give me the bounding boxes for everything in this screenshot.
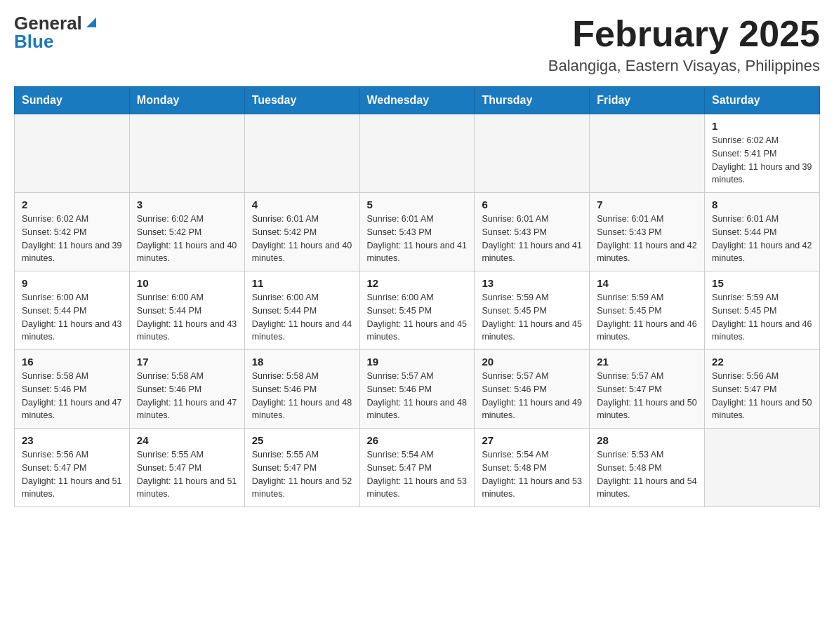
location-subtitle: Balangiga, Eastern Visayas, Philippines [548, 57, 820, 75]
day-info: Sunrise: 5:58 AMSunset: 5:46 PMDaylight:… [252, 370, 352, 422]
day-info: Sunrise: 5:59 AMSunset: 5:45 PMDaylight:… [597, 291, 697, 344]
day-info: Sunrise: 5:59 AMSunset: 5:45 PMDaylight:… [712, 291, 812, 344]
day-info: Sunrise: 5:56 AMSunset: 5:47 PMDaylight:… [22, 448, 122, 501]
col-tuesday: Tuesday [244, 87, 359, 114]
day-info: Sunrise: 6:02 AMSunset: 5:41 PMDaylight:… [712, 134, 812, 187]
day-number: 27 [482, 434, 582, 446]
day-number: 12 [367, 277, 468, 289]
day-number: 20 [482, 356, 582, 368]
day-info: Sunrise: 5:57 AMSunset: 5:46 PMDaylight:… [482, 370, 582, 422]
table-row [15, 114, 130, 193]
col-thursday: Thursday [475, 87, 590, 114]
day-number: 6 [482, 199, 582, 210]
logo-triangle-icon [84, 15, 99, 30]
day-info: Sunrise: 5:55 AMSunset: 5:47 PMDaylight:… [137, 448, 237, 501]
col-wednesday: Wednesday [359, 87, 475, 114]
month-title: February 2025 [548, 14, 820, 54]
day-info: Sunrise: 6:00 AMSunset: 5:44 PMDaylight:… [252, 291, 352, 344]
day-number: 28 [597, 434, 697, 446]
table-row: 18Sunrise: 5:58 AMSunset: 5:46 PMDayligh… [244, 350, 359, 429]
table-row: 9Sunrise: 6:00 AMSunset: 5:44 PMDaylight… [15, 271, 130, 350]
day-number: 7 [597, 199, 697, 210]
table-row: 8Sunrise: 6:01 AMSunset: 5:44 PMDaylight… [705, 193, 820, 271]
table-row [705, 429, 820, 507]
logo-general-text: General [14, 14, 82, 32]
table-row [359, 114, 475, 193]
svg-marker-0 [86, 18, 96, 27]
day-number: 22 [712, 356, 812, 368]
day-number: 21 [597, 356, 697, 368]
day-info: Sunrise: 6:02 AMSunset: 5:42 PMDaylight:… [22, 213, 122, 265]
table-row: 4Sunrise: 6:01 AMSunset: 5:42 PMDaylight… [244, 193, 359, 271]
table-row [129, 114, 244, 193]
table-row [475, 114, 590, 193]
day-info: Sunrise: 5:57 AMSunset: 5:46 PMDaylight:… [367, 370, 468, 422]
day-info: Sunrise: 5:58 AMSunset: 5:46 PMDaylight:… [22, 370, 122, 422]
table-row: 24Sunrise: 5:55 AMSunset: 5:47 PMDayligh… [129, 429, 244, 507]
calendar-table: Sunday Monday Tuesday Wednesday Thursday… [14, 86, 820, 507]
day-number: 9 [22, 277, 122, 289]
day-number: 8 [712, 199, 812, 210]
day-number: 24 [137, 434, 237, 446]
day-number: 14 [597, 277, 697, 289]
day-number: 15 [712, 277, 812, 289]
day-info: Sunrise: 6:01 AMSunset: 5:44 PMDaylight:… [712, 213, 812, 265]
day-info: Sunrise: 5:56 AMSunset: 5:47 PMDaylight:… [712, 370, 812, 422]
calendar-week-row: 1Sunrise: 6:02 AMSunset: 5:41 PMDaylight… [15, 114, 820, 193]
table-row: 17Sunrise: 5:58 AMSunset: 5:46 PMDayligh… [129, 350, 244, 429]
table-row: 27Sunrise: 5:54 AMSunset: 5:48 PMDayligh… [475, 429, 590, 507]
day-info: Sunrise: 5:53 AMSunset: 5:48 PMDaylight:… [597, 448, 697, 501]
day-number: 19 [367, 356, 468, 368]
day-info: Sunrise: 5:55 AMSunset: 5:47 PMDaylight:… [252, 448, 352, 501]
day-info: Sunrise: 6:01 AMSunset: 5:43 PMDaylight:… [597, 213, 697, 265]
table-row [590, 114, 705, 193]
col-sunday: Sunday [15, 87, 130, 114]
table-row: 7Sunrise: 6:01 AMSunset: 5:43 PMDaylight… [590, 193, 705, 271]
day-number: 16 [22, 356, 122, 368]
table-row: 16Sunrise: 5:58 AMSunset: 5:46 PMDayligh… [15, 350, 130, 429]
table-row: 12Sunrise: 6:00 AMSunset: 5:45 PMDayligh… [359, 271, 475, 350]
day-number: 3 [137, 199, 237, 210]
table-row: 2Sunrise: 6:02 AMSunset: 5:42 PMDaylight… [15, 193, 130, 271]
day-number: 5 [367, 199, 468, 210]
day-info: Sunrise: 5:54 AMSunset: 5:48 PMDaylight:… [482, 448, 582, 501]
day-number: 17 [137, 356, 237, 368]
day-info: Sunrise: 5:57 AMSunset: 5:47 PMDaylight:… [597, 370, 697, 422]
calendar-header-row: Sunday Monday Tuesday Wednesday Thursday… [15, 87, 820, 114]
day-number: 25 [252, 434, 352, 446]
calendar-week-row: 23Sunrise: 5:56 AMSunset: 5:47 PMDayligh… [15, 429, 820, 507]
day-number: 23 [22, 434, 122, 446]
day-info: Sunrise: 5:54 AMSunset: 5:47 PMDaylight:… [367, 448, 468, 501]
logo-blue-text: Blue [14, 32, 53, 51]
col-saturday: Saturday [705, 87, 820, 114]
day-info: Sunrise: 5:59 AMSunset: 5:45 PMDaylight:… [482, 291, 582, 344]
day-number: 11 [252, 277, 352, 289]
table-row: 14Sunrise: 5:59 AMSunset: 5:45 PMDayligh… [590, 271, 705, 350]
table-row: 13Sunrise: 5:59 AMSunset: 5:45 PMDayligh… [475, 271, 590, 350]
day-info: Sunrise: 6:01 AMSunset: 5:43 PMDaylight:… [482, 213, 582, 265]
day-info: Sunrise: 6:01 AMSunset: 5:43 PMDaylight:… [367, 213, 468, 265]
calendar-week-row: 16Sunrise: 5:58 AMSunset: 5:46 PMDayligh… [15, 350, 820, 429]
day-info: Sunrise: 5:58 AMSunset: 5:46 PMDaylight:… [137, 370, 237, 422]
col-monday: Monday [129, 87, 244, 114]
calendar-week-row: 9Sunrise: 6:00 AMSunset: 5:44 PMDaylight… [15, 271, 820, 350]
table-row: 22Sunrise: 5:56 AMSunset: 5:47 PMDayligh… [705, 350, 820, 429]
calendar-week-row: 2Sunrise: 6:02 AMSunset: 5:42 PMDaylight… [15, 193, 820, 271]
table-row: 15Sunrise: 5:59 AMSunset: 5:45 PMDayligh… [705, 271, 820, 350]
day-info: Sunrise: 6:00 AMSunset: 5:45 PMDaylight:… [367, 291, 468, 344]
day-info: Sunrise: 6:00 AMSunset: 5:44 PMDaylight:… [22, 291, 122, 344]
table-row: 1Sunrise: 6:02 AMSunset: 5:41 PMDaylight… [705, 114, 820, 193]
day-info: Sunrise: 6:01 AMSunset: 5:42 PMDaylight:… [252, 213, 352, 265]
title-section: February 2025 Balangiga, Eastern Visayas… [548, 14, 820, 75]
table-row: 19Sunrise: 5:57 AMSunset: 5:46 PMDayligh… [359, 350, 475, 429]
day-info: Sunrise: 6:02 AMSunset: 5:42 PMDaylight:… [137, 213, 237, 265]
table-row: 3Sunrise: 6:02 AMSunset: 5:42 PMDaylight… [129, 193, 244, 271]
day-number: 10 [137, 277, 237, 289]
table-row: 5Sunrise: 6:01 AMSunset: 5:43 PMDaylight… [359, 193, 475, 271]
day-number: 26 [367, 434, 468, 446]
table-row: 20Sunrise: 5:57 AMSunset: 5:46 PMDayligh… [475, 350, 590, 429]
day-number: 4 [252, 199, 352, 210]
table-row: 21Sunrise: 5:57 AMSunset: 5:47 PMDayligh… [590, 350, 705, 429]
table-row: 6Sunrise: 6:01 AMSunset: 5:43 PMDaylight… [475, 193, 590, 271]
table-row: 11Sunrise: 6:00 AMSunset: 5:44 PMDayligh… [244, 271, 359, 350]
